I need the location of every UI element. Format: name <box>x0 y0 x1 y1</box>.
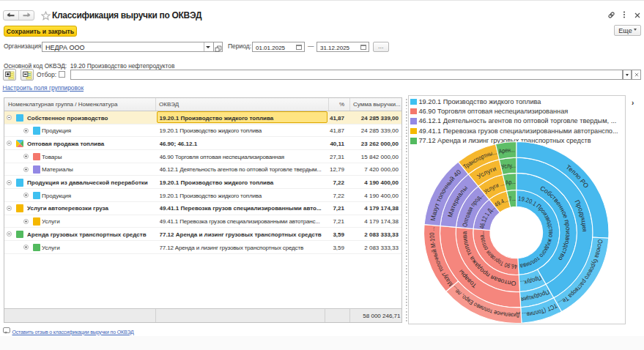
svg-text:7...: 7... <box>508 195 516 203</box>
